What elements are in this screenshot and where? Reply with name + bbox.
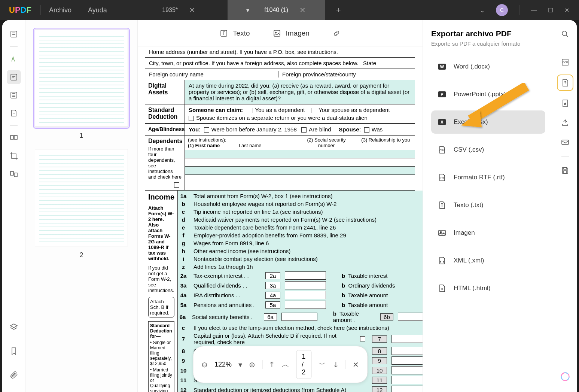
avatar[interactable]: C [496,4,508,16]
close-icon[interactable]: ✕ [299,6,306,15]
export-word[interactable]: W Word (.docx) [431,55,545,78]
menu-file[interactable]: Archivo [41,6,80,14]
export-csv[interactable]: CSV CSV (.csv) [431,138,545,161]
first-page-button[interactable]: ⤒ [269,360,275,369]
svg-rect-25 [562,140,569,145]
export-label: Formato RTF (.rtf) [454,174,505,181]
svg-point-24 [564,103,566,105]
chevron-down-icon[interactable]: ⌄ [480,7,485,14]
svg-rect-8 [274,30,280,36]
text-tool[interactable]: Texto [219,29,250,38]
digital-assets-label: Digital Assets [145,80,185,104]
tab-f1040[interactable]: ▾ f1040 (1) ✕ [228,0,325,20]
close-icon[interactable]: ✕ [189,6,195,15]
organize-tool[interactable] [7,131,21,145]
svg-rect-0 [11,31,17,37]
attachment-icon[interactable] [7,368,21,382]
export-label: Imagen [454,229,475,237]
thumbnail-num: 1 [33,132,130,140]
export-powerpoint[interactable]: P PowerPoint (.pptx) [431,83,545,106]
export-icon[interactable] [557,75,573,91]
annotate-tool[interactable] [7,106,21,120]
minimize-button[interactable]: — [531,7,537,13]
excel-icon: X [437,117,447,127]
export-label: CSV (.csv) [454,146,484,154]
image-tool[interactable]: Imagen [272,29,310,38]
layers-icon[interactable] [7,320,21,334]
page-indicator[interactable]: 1 / 2 [296,350,311,379]
share-icon[interactable] [558,116,572,130]
export-xml[interactable]: XML (.xml) [431,249,545,272]
svg-rect-6 [14,173,17,177]
search-icon[interactable] [558,27,572,41]
export-excel[interactable]: X Excel (.xlsx) [431,110,545,134]
export-label: PowerPoint (.pptx) [454,91,506,98]
close-bar-button[interactable]: ✕ [353,360,359,369]
export-subtitle: Exporte su PDF a cualquier formato [431,40,545,47]
svg-text:OCR: OCR [562,61,568,64]
image-icon [437,228,447,238]
thumbnail-page-2[interactable] [33,147,130,248]
highlight-tool[interactable] [7,52,21,66]
reader-tool[interactable] [7,27,21,41]
ocr-icon[interactable]: OCR [558,55,572,69]
zoom-out-button[interactable]: ⊖ [201,360,208,369]
protect-icon[interactable] [558,96,572,110]
export-html[interactable]: H HTML (.html) [431,277,545,300]
image-tool-label: Imagen [286,29,310,37]
text-tool-label: Texto [233,29,250,37]
svg-point-21 [562,31,567,36]
svg-text:CSV: CSV [439,149,445,152]
export-label: Texto (.txt) [454,201,483,209]
form-body: Someone can claim: You as a dependent Yo… [185,104,415,123]
svg-text:W: W [440,64,444,69]
export-image[interactable]: Imagen [431,221,545,244]
dependents-label: Dependents [148,138,182,145]
new-tab-button[interactable]: + [325,0,352,20]
thumbnail-panel: 1 2 [25,20,138,392]
html-icon: H [437,283,447,293]
rtf-icon: RTF [437,173,447,182]
form-field: Home address (number and street). If you… [145,46,415,58]
svg-rect-27 [564,171,567,173]
export-rtf[interactable]: RTF Formato RTF (.rtf) [431,166,545,189]
right-toolbar: OCR [554,20,577,392]
app-logo: UPDF [0,5,40,15]
next-page-button[interactable]: ﹀ [319,359,326,370]
text-icon [437,200,447,210]
svg-rect-3 [10,136,13,139]
close-button[interactable]: ✕ [564,7,569,14]
pdf-page[interactable]: Home address (number and street). If you… [138,46,423,392]
tab-label: 1935* [162,7,178,13]
ai-icon[interactable] [558,370,572,384]
word-icon: W [437,62,447,72]
thumbnail-page-1[interactable] [33,28,130,129]
tab-1935[interactable]: 1935* ✕ [130,0,228,20]
crop-tool[interactable] [7,149,21,163]
email-icon[interactable] [558,135,572,149]
age-label: Age/Blindness [145,124,185,135]
link-tool[interactable] [332,29,341,38]
svg-text:P: P [441,92,443,97]
prev-page-button[interactable]: ︿ [282,359,289,370]
menu-help[interactable]: Ayuda [80,6,115,14]
pdf-viewer: Texto Imagen Home address (number and st… [138,20,423,392]
zoom-in-button[interactable]: ⊕ [249,360,255,369]
svg-text:RTF: RTF [439,177,444,179]
bookmark-icon[interactable] [7,344,21,358]
form-tool[interactable] [7,88,21,102]
powerpoint-icon: P [437,89,447,99]
maximize-button[interactable]: ☐ [548,7,553,14]
compress-tool[interactable] [7,167,21,181]
export-label: HTML (.html) [454,285,491,292]
edit-text-tool[interactable] [7,70,21,84]
zoom-dropdown[interactable]: ▾ [238,360,242,369]
export-text[interactable]: Texto (.txt) [431,194,545,217]
dropdown-icon[interactable]: ▾ [246,7,249,14]
csv-icon: CSV [437,145,447,155]
form-field: City, town, or post office. If you have … [145,58,415,69]
save-icon[interactable] [558,163,572,177]
titlebar: UPDF Archivo Ayuda 1935* ✕ ▾ f1040 (1) ✕… [0,0,579,20]
last-page-button[interactable]: ⤓ [333,360,339,369]
zoom-level: 122% [214,361,232,368]
